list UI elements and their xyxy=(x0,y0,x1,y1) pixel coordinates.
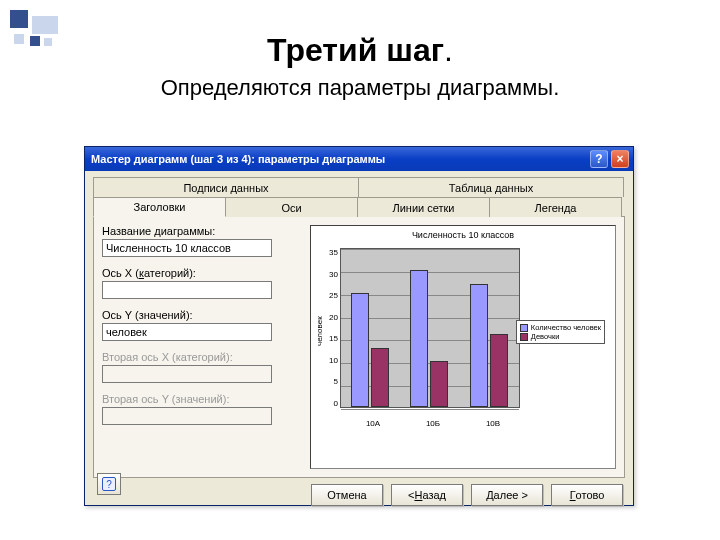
slide-subtitle: Определяются параметры диаграммы. xyxy=(0,75,720,101)
tab-axes[interactable]: Оси xyxy=(225,197,358,217)
tab-panel-titles: Название диаграммы: Ось X (категорий): О… xyxy=(93,216,625,478)
chart-ylabel: человек xyxy=(315,244,324,419)
cancel-button[interactable]: Отмена xyxy=(311,484,383,506)
bar xyxy=(410,270,428,407)
back-button[interactable]: < Назад xyxy=(391,484,463,506)
tab-data-table[interactable]: Таблица данных xyxy=(358,177,624,197)
bar xyxy=(430,361,448,407)
field-axis-y: Ось Y (значений): xyxy=(102,309,302,341)
window-title: Мастер диаграмм (шаг 3 из 4): параметры … xyxy=(91,153,587,165)
label-axis-y: Ось Y (значений): xyxy=(102,309,302,321)
tab-titles[interactable]: Заголовки xyxy=(93,197,226,217)
input-axis-x2 xyxy=(102,365,272,383)
field-axis-x2: Вторая ось X (категорий): xyxy=(102,351,302,383)
next-button[interactable]: Далее > xyxy=(471,484,543,506)
tab-data-labels[interactable]: Подписи данных xyxy=(93,177,359,197)
chart-preview: Численность 10 классов человек 3530 2520… xyxy=(310,225,616,469)
chart-xticks: 10А 10Б 10В xyxy=(343,419,523,428)
bar xyxy=(490,334,508,407)
bar xyxy=(371,348,389,407)
bar xyxy=(470,284,488,407)
chart-legend: Количество человек Девочки xyxy=(516,320,605,344)
label-axis-x2: Вторая ось X (категорий): xyxy=(102,351,302,363)
input-axis-x[interactable] xyxy=(102,281,272,299)
input-axis-y[interactable] xyxy=(102,323,272,341)
titlebar: Мастер диаграмм (шаг 3 из 4): параметры … xyxy=(85,147,633,171)
input-chart-title[interactable] xyxy=(102,239,272,257)
tab-gridlines[interactable]: Линии сетки xyxy=(357,197,490,217)
chart-yticks: 3530 2520 1510 50 xyxy=(324,248,340,408)
help-icon[interactable]: ? xyxy=(590,150,608,168)
slide-title: Третий шаг. xyxy=(0,32,720,69)
input-axis-y2 xyxy=(102,407,272,425)
context-help-button[interactable]: ? xyxy=(97,473,121,495)
finish-button[interactable]: Готово xyxy=(551,484,623,506)
tab-legend[interactable]: Легенда xyxy=(489,197,622,217)
field-axis-x: Ось X (категорий): xyxy=(102,267,302,299)
field-axis-y2: Вторая ось Y (значений): xyxy=(102,393,302,425)
label-chart-title: Название диаграммы: xyxy=(102,225,302,237)
chart-title: Численность 10 классов xyxy=(315,230,611,240)
legend-swatch-0 xyxy=(520,324,528,332)
chart-plot-area xyxy=(340,248,520,408)
close-icon[interactable]: × xyxy=(611,150,629,168)
label-axis-y2: Вторая ось Y (значений): xyxy=(102,393,302,405)
chart-wizard-dialog: Мастер диаграмм (шаг 3 из 4): параметры … xyxy=(84,146,634,506)
field-chart-title: Название диаграммы: xyxy=(102,225,302,257)
bar xyxy=(351,293,369,407)
legend-swatch-1 xyxy=(520,333,528,341)
question-icon: ? xyxy=(102,477,116,491)
label-axis-x: Ось X (категорий): xyxy=(102,267,302,279)
